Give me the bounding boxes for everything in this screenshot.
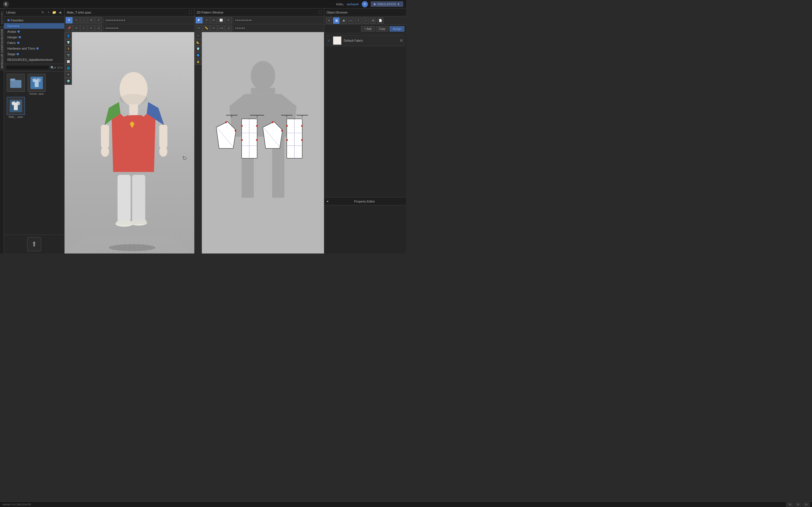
- library-sync-icon[interactable]: ↻: [41, 10, 45, 15]
- property-collapse-icon[interactable]: ◂: [326, 200, 328, 203]
- tool-2d-square[interactable]: ⬜: [218, 17, 224, 23]
- ob-slash-icon[interactable]: /: [355, 17, 361, 24]
- tool-3d-6[interactable]: 🌐: [65, 65, 71, 71]
- logo-icon[interactable]: C: [3, 1, 9, 7]
- svg-marker-47: [263, 122, 283, 149]
- list-item[interactable]: Femal...zpac: [27, 74, 46, 95]
- refresh-icon[interactable]: ↺: [57, 66, 60, 69]
- fabric-check-icon: ✓: [327, 38, 331, 43]
- nav-item-favorites[interactable]: Favorites: [4, 17, 64, 23]
- pattern-expand-icon[interactable]: ⛶: [318, 10, 322, 14]
- tool-2d-cut[interactable]: ✂: [225, 17, 232, 23]
- pattern-pieces-svg: [209, 115, 316, 171]
- svg-point-25: [251, 61, 275, 91]
- tool-3d-4[interactable]: 📷: [65, 52, 71, 58]
- viewport-3d-expand-icon[interactable]: ⛶: [189, 10, 192, 14]
- tool-2d-select[interactable]: ◤: [196, 17, 202, 23]
- sim-icon: ▶: [374, 2, 376, 6]
- toolbar-2d-bottom: ✂ 📏 ✂ ⟿ ◁ ••••••: [195, 24, 324, 32]
- tool-2d-fold[interactable]: ✂: [210, 25, 217, 31]
- tool-2d-measure[interactable]: 📏: [203, 25, 210, 31]
- tool-select-box[interactable]: ⬚: [80, 17, 87, 23]
- sidebar-tab-modular[interactable]: MODULAR CONFIGURATOR: [0, 26, 4, 71]
- tool-pin[interactable]: 📌: [66, 25, 72, 31]
- search-input[interactable]: [6, 65, 49, 70]
- tool-2d-l1[interactable]: ✂: [195, 33, 201, 39]
- nav-item-hanger[interactable]: Hanger: [4, 34, 64, 40]
- tool-2d-l3[interactable]: 👕: [195, 46, 201, 52]
- sep4: [233, 25, 233, 31]
- ob-color-view[interactable]: ◉: [341, 17, 347, 24]
- tool-3d-7[interactable]: 👁: [65, 71, 71, 78]
- item-label-dotdot: ..: [15, 93, 16, 95]
- property-editor-content: [324, 205, 406, 253]
- tool-3d-8[interactable]: 🌍: [65, 78, 71, 84]
- ob-grid-view[interactable]: ▦: [333, 17, 340, 24]
- search-icon[interactable]: 🔍▾: [50, 66, 56, 69]
- tool-rotate[interactable]: ↺: [88, 17, 94, 23]
- pattern-canvas[interactable]: [202, 32, 324, 253]
- list-view-icon[interactable]: ≡: [61, 66, 63, 69]
- tool-select[interactable]: ▼: [66, 17, 72, 23]
- tool-scale[interactable]: ↗: [95, 17, 102, 23]
- topbar-left: C: [3, 1, 9, 7]
- nav-item-hardware-trims[interactable]: Hardware and Trims: [4, 46, 64, 51]
- fabric-settings-icon[interactable]: ⚙: [400, 39, 403, 43]
- favorites-dot: [7, 19, 10, 21]
- library-collapse-icon[interactable]: ◀: [57, 10, 62, 15]
- tool-2d-stitch[interactable]: ⟿: [218, 25, 224, 31]
- tool-cut[interactable]: ✂: [73, 25, 80, 31]
- fabric-item[interactable]: ✓ Default Fabric ⚙: [326, 35, 404, 46]
- nav-item-avatar[interactable]: Avatar: [4, 29, 64, 34]
- ob-doc-icon[interactable]: 📄: [377, 17, 384, 24]
- tool-dart[interactable]: ◁: [95, 25, 102, 31]
- library-folder-icon[interactable]: 📁: [52, 10, 56, 15]
- library-add-icon[interactable]: +: [46, 10, 51, 15]
- nav-item-fabric[interactable]: Fabric: [4, 40, 64, 46]
- object-browser-title: Object Browser: [326, 11, 348, 14]
- nav-item-stage[interactable]: Stage: [4, 51, 64, 57]
- ob-copy-icon[interactable]: ⧉: [370, 17, 376, 24]
- add-button[interactable]: + Add: [361, 26, 375, 32]
- tool-2d-l4[interactable]: 🔷: [195, 52, 201, 58]
- tool-seam[interactable]: ∿: [88, 25, 94, 31]
- tool-move[interactable]: ↖: [73, 17, 80, 23]
- sidebar-tab-history[interactable]: HISTORY: [0, 8, 4, 26]
- svg-point-58: [301, 139, 303, 141]
- tool-3d-2[interactable]: 👕: [65, 39, 71, 45]
- tool-fold[interactable]: ≈: [80, 25, 87, 31]
- nav-item-garment[interactable]: Garment: [4, 23, 64, 29]
- ob-minus-icon[interactable]: —: [348, 17, 354, 24]
- ob-list-view[interactable]: ≡: [326, 17, 332, 24]
- more-tools2-dots: ••••••••: [104, 26, 120, 31]
- tool-2d-seam[interactable]: ✂: [196, 25, 202, 31]
- library-bottom: ⬆: [4, 235, 64, 253]
- fabric-dot: [17, 42, 19, 44]
- tool-2d-l5[interactable]: 🔒: [195, 59, 201, 65]
- tool-3d-3[interactable]: 🧍: [65, 46, 71, 52]
- pattern-header: 2D Pattern Window ⛶: [195, 8, 324, 16]
- simulation-button[interactable]: ▶ SIMULATION ▼: [371, 1, 403, 7]
- svg-rect-12: [132, 175, 146, 221]
- property-editor: ◂ Property Editor: [324, 197, 406, 253]
- tool-2d-l2[interactable]: 📐: [195, 39, 201, 45]
- left-sidebar-tabs: HISTORY MODULAR CONFIGURATOR: [0, 8, 4, 253]
- hanger-dot: [18, 36, 21, 38]
- list-item[interactable]: ..: [6, 74, 26, 95]
- upload-button[interactable]: ⬆: [27, 237, 41, 251]
- tool-3d-5[interactable]: 📊: [65, 59, 71, 65]
- nav-item-resources[interactable]: RESOURCES_digitalfashiontutor: [4, 57, 64, 62]
- tool-2d-pen[interactable]: ✏: [210, 17, 217, 23]
- assign-button[interactable]: Assign: [390, 26, 404, 32]
- ob-wave-icon[interactable]: ～: [363, 17, 369, 24]
- tool-3d-1[interactable]: 👤: [65, 33, 71, 39]
- viewport-3d-title: Male_T-shirt.zpac: [67, 11, 91, 14]
- sync-icon[interactable]: ↻: [362, 1, 368, 7]
- viewport-3d-canvas[interactable]: 👤 👕 🧍 📷 📊 🌐 👁 🌍: [64, 32, 194, 253]
- tool-2d-arrow[interactable]: ↗: [203, 17, 210, 23]
- copy-button[interactable]: Copy: [376, 26, 389, 32]
- more-tools-dots: ••••••••••••: [104, 18, 126, 22]
- list-item[interactable]: Male_...zpac: [6, 97, 26, 118]
- sep1: [103, 18, 103, 23]
- tool-2d-dart[interactable]: ◁: [225, 25, 232, 31]
